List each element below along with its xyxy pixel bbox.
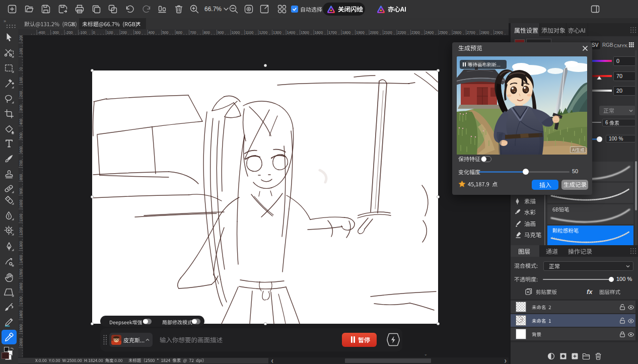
- svg-text:400: 400: [19, 118, 23, 125]
- svg-text:1700: 1700: [19, 297, 23, 305]
- svg-text:2900: 2900: [494, 30, 503, 35]
- svg-text:2000: 2000: [370, 30, 379, 35]
- svg-text:1300: 1300: [273, 30, 281, 35]
- svg-text:600: 600: [19, 146, 23, 153]
- svg-text:200: 200: [121, 30, 127, 35]
- svg-text:0: 0: [19, 67, 23, 69]
- svg-text:100: 100: [107, 30, 113, 35]
- svg-text:2400: 2400: [426, 30, 434, 35]
- svg-text:-200: -200: [19, 35, 23, 42]
- svg-text:-400: -400: [38, 30, 45, 35]
- svg-text:800: 800: [204, 30, 210, 35]
- svg-text:-200: -200: [65, 30, 73, 35]
- svg-text:1800: 1800: [342, 30, 351, 35]
- svg-text:700: 700: [19, 160, 23, 167]
- svg-text:1100: 1100: [245, 30, 253, 35]
- svg-text:2200: 2200: [398, 30, 406, 35]
- svg-text:2500: 2500: [439, 30, 448, 35]
- svg-text:300: 300: [134, 30, 141, 35]
- svg-text:900: 900: [19, 188, 23, 194]
- svg-text:1800: 1800: [19, 310, 23, 319]
- svg-text:1100: 1100: [19, 213, 23, 222]
- svg-text:1000: 1000: [232, 30, 240, 35]
- svg-text:2100: 2100: [384, 30, 392, 35]
- svg-text:1600: 1600: [19, 282, 23, 291]
- svg-text:1300: 1300: [19, 241, 23, 250]
- svg-text:1400: 1400: [19, 255, 23, 263]
- svg-text:2000: 2000: [19, 338, 23, 346]
- svg-text:1500: 1500: [19, 269, 23, 277]
- svg-text:0: 0: [93, 30, 95, 35]
- svg-text:1200: 1200: [259, 30, 268, 35]
- svg-text:1000: 1000: [19, 199, 23, 208]
- svg-text:300: 300: [19, 105, 23, 111]
- svg-text:700: 700: [190, 30, 196, 35]
- svg-text:1400: 1400: [287, 30, 296, 35]
- svg-text:1900: 1900: [19, 324, 23, 333]
- svg-text:-100: -100: [79, 30, 87, 35]
- svg-text:2600: 2600: [453, 30, 462, 35]
- svg-text:1500: 1500: [301, 30, 309, 35]
- svg-text:2300: 2300: [411, 30, 420, 35]
- svg-text:900: 900: [218, 30, 224, 35]
- svg-text:600: 600: [176, 30, 183, 35]
- svg-text:500: 500: [162, 30, 169, 35]
- svg-text:1900: 1900: [356, 30, 365, 35]
- svg-text:1600: 1600: [315, 30, 323, 35]
- svg-text:200: 200: [19, 91, 23, 97]
- svg-text:2800: 2800: [481, 30, 489, 35]
- svg-text:-100: -100: [19, 48, 23, 55]
- svg-text:400: 400: [149, 30, 155, 35]
- svg-text:1700: 1700: [328, 30, 337, 35]
- svg-text:1200: 1200: [19, 227, 23, 236]
- svg-text:2700: 2700: [467, 30, 475, 35]
- svg-text:500: 500: [19, 132, 23, 139]
- svg-text:100: 100: [19, 77, 23, 84]
- svg-text:800: 800: [19, 174, 23, 180]
- svg-text:-300: -300: [51, 30, 59, 35]
